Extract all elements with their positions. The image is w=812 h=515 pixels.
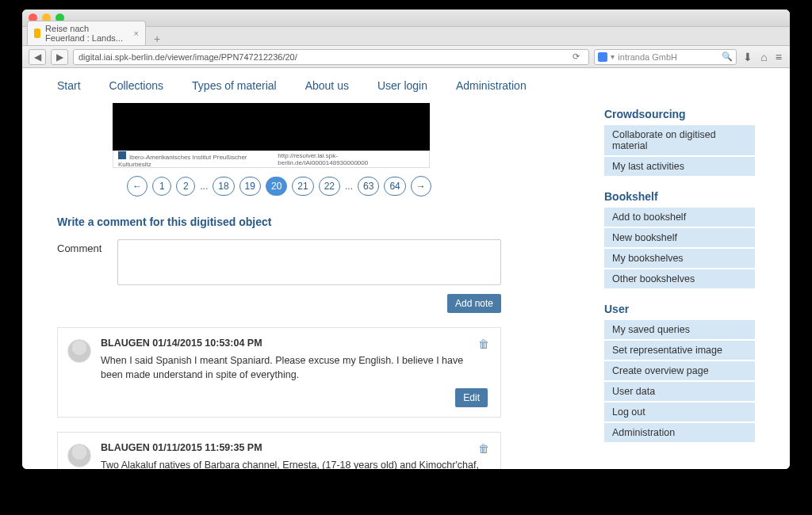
add-note-button[interactable]: Add note bbox=[447, 294, 501, 313]
sidebar-section-title: Crowdsourcing bbox=[604, 108, 755, 120]
page-ellipsis: ... bbox=[345, 181, 353, 192]
note-text: Two Alakaluf natives of Barbara channel,… bbox=[101, 458, 488, 469]
page-1[interactable]: 1 bbox=[152, 177, 171, 196]
document-footer: Ibero-Amerikanisches Institut Preußische… bbox=[113, 151, 430, 168]
sidebar-item-add-bookshelf[interactable]: Add to bookshelf bbox=[604, 208, 755, 227]
home-icon[interactable]: ⌂ bbox=[759, 51, 768, 63]
institution-logo-icon bbox=[118, 151, 126, 159]
pagination: ← 1 2 ... 18 19 20 21 22 ... 63 64 → bbox=[57, 168, 501, 209]
avatar-icon bbox=[67, 339, 91, 363]
note-text: When I said Spanish I meant Spaniard. Pl… bbox=[101, 353, 488, 382]
back-button[interactable]: ◀ bbox=[29, 49, 46, 65]
sidebar-item-other-bookshelves[interactable]: Other bookshelves bbox=[604, 269, 755, 288]
note-timestamp: 01/11/2015 11:59:35 PM bbox=[152, 442, 262, 453]
search-icon[interactable]: 🔍 bbox=[722, 52, 733, 62]
browser-window: Reise nach Feuerland : Lands... × + ◀ ▶ … bbox=[22, 10, 790, 469]
comment-input[interactable] bbox=[117, 239, 501, 285]
favicon-icon bbox=[34, 29, 40, 38]
institution-name: Ibero-Amerikanisches Institut Preußische… bbox=[118, 154, 247, 168]
browser-tab[interactable]: Reise nach Feuerland : Lands... × bbox=[27, 21, 146, 45]
page-prev-button[interactable]: ← bbox=[127, 176, 147, 196]
nav-start[interactable]: Start bbox=[57, 79, 81, 92]
browser-search[interactable]: ▾ intranda GmbH 🔍 bbox=[594, 49, 737, 65]
note-timestamp: 01/14/2015 10:53:04 PM bbox=[152, 338, 262, 349]
browser-toolbar: ◀ ▶ digital.iai.spk-berlin.de/viewer/ima… bbox=[22, 46, 790, 68]
search-engine-icon bbox=[598, 52, 607, 62]
page-63[interactable]: 63 bbox=[358, 177, 379, 196]
page-next-button[interactable]: → bbox=[411, 176, 431, 196]
sidebar-section-title: User bbox=[604, 303, 755, 315]
sidebar-item-admin[interactable]: Administration bbox=[604, 423, 755, 442]
delete-note-icon[interactable]: 🗑 bbox=[478, 442, 489, 455]
search-placeholder: intranda GmbH bbox=[618, 52, 677, 62]
page-ellipsis: ... bbox=[200, 181, 208, 192]
main-column: Ibero-Amerikanisches Institut Preußische… bbox=[57, 100, 501, 469]
sidebar-item-my-bookshelves[interactable]: My bookshelves bbox=[604, 249, 755, 268]
sidebar-item-activities[interactable]: My last activities bbox=[604, 157, 755, 176]
edit-note-button[interactable]: Edit bbox=[455, 388, 488, 407]
url-text: digital.iai.spk-berlin.de/viewer/image/P… bbox=[79, 52, 297, 62]
delete-note-icon[interactable]: 🗑 bbox=[478, 338, 489, 350]
sidebar-item-collaborate[interactable]: Collaborate on digitised material bbox=[604, 125, 755, 155]
sidebar-item-new-bookshelf[interactable]: New bookshelf bbox=[604, 228, 755, 247]
page-64[interactable]: 64 bbox=[384, 177, 405, 196]
reload-icon[interactable]: ⟳ bbox=[568, 52, 584, 62]
page-content: Start Collections Types of material Abou… bbox=[22, 68, 790, 469]
document-image[interactable] bbox=[113, 103, 430, 151]
sidebar-section-title: Bookshelf bbox=[604, 190, 755, 203]
new-tab-button[interactable]: + bbox=[151, 32, 163, 45]
note-author: BLAUGEN bbox=[101, 338, 150, 349]
nav-types[interactable]: Types of material bbox=[192, 79, 277, 92]
sidebar: Crowdsourcing Collaborate on digitised m… bbox=[604, 100, 755, 469]
close-tab-icon[interactable]: × bbox=[134, 29, 139, 38]
comment-heading: Write a comment for this digitised objec… bbox=[57, 216, 501, 228]
avatar-icon bbox=[67, 444, 91, 467]
sidebar-item-overview[interactable]: Create overview page bbox=[604, 361, 755, 380]
nav-login[interactable]: User login bbox=[377, 79, 427, 92]
comment-label: Comment bbox=[57, 239, 105, 254]
sidebar-item-logout[interactable]: Log out bbox=[604, 402, 755, 422]
sidebar-item-user-data[interactable]: User data bbox=[604, 382, 755, 401]
sidebar-item-saved-queries[interactable]: My saved queries bbox=[604, 320, 755, 339]
note-item: BLAUGEN 01/14/2015 10:53:04 PM When I sa… bbox=[57, 327, 501, 418]
tab-strip: Reise nach Feuerland : Lands... × + bbox=[22, 27, 790, 46]
nav-about[interactable]: About us bbox=[305, 79, 349, 92]
top-nav: Start Collections Types of material Abou… bbox=[57, 68, 755, 100]
resolver-url: http://resolver.iai.spk-berlin.de/IAI000… bbox=[278, 152, 424, 166]
nav-admin[interactable]: Administration bbox=[456, 79, 527, 92]
page-20-current[interactable]: 20 bbox=[266, 177, 287, 196]
page-21[interactable]: 21 bbox=[292, 177, 313, 196]
page-18[interactable]: 18 bbox=[213, 177, 234, 196]
page-22[interactable]: 22 bbox=[319, 177, 340, 196]
download-icon[interactable]: ⬇ bbox=[741, 51, 754, 63]
url-bar[interactable]: digital.iai.spk-berlin.de/viewer/image/P… bbox=[73, 49, 589, 65]
forward-button[interactable]: ▶ bbox=[51, 49, 68, 65]
menu-icon[interactable]: ≡ bbox=[774, 51, 783, 63]
note-author: BLAUGEN bbox=[101, 442, 150, 453]
nav-collections[interactable]: Collections bbox=[109, 79, 163, 92]
page-2[interactable]: 2 bbox=[176, 177, 195, 196]
note-item: BLAUGEN 01/11/2015 11:59:35 PM Two Alaka… bbox=[57, 432, 501, 469]
page-19[interactable]: 19 bbox=[239, 177, 261, 196]
sidebar-item-rep-image[interactable]: Set representative image bbox=[604, 341, 755, 360]
tab-title: Reise nach Feuerland : Lands... bbox=[45, 24, 128, 43]
